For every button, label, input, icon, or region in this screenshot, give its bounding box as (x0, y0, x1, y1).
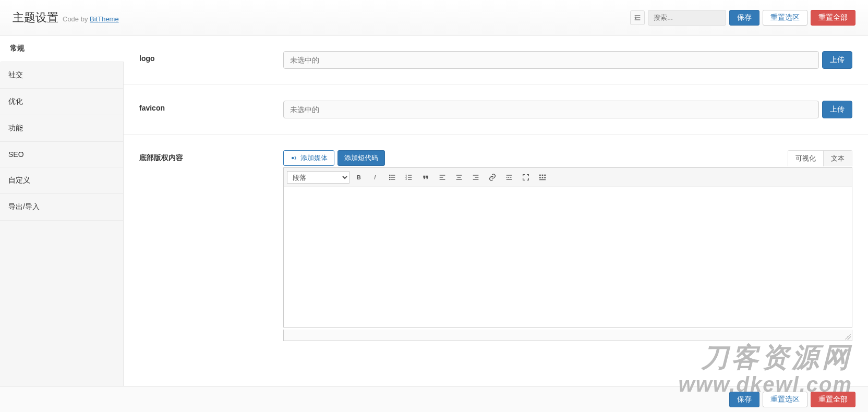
svg-rect-35 (544, 177, 546, 178)
sidebar-item-general[interactable]: 常规 (0, 35, 124, 62)
sidebar-item-social[interactable]: 社交 (0, 62, 123, 89)
sidebar-item-label: SEO (8, 150, 24, 159)
numbered-list-icon[interactable]: 123 (402, 171, 416, 184)
italic-icon[interactable]: I (368, 171, 383, 184)
svg-text:I: I (374, 174, 376, 180)
sidebar-item-import-export[interactable]: 导出/导入 (0, 194, 123, 221)
page-title: 主题设置 (13, 10, 58, 26)
link-icon[interactable] (485, 171, 500, 184)
bold-icon[interactable]: B (352, 171, 366, 184)
save-button[interactable]: 保存 (729, 10, 760, 26)
reset-all-button[interactable]: 重置全部 (811, 10, 855, 26)
svg-rect-36 (539, 179, 546, 180)
logo-upload-button[interactable]: 上传 (822, 51, 852, 69)
editor-statusbar (283, 330, 852, 341)
collapse-button[interactable] (630, 10, 645, 25)
svg-point-3 (292, 157, 294, 160)
sidebar-item-custom[interactable]: 自定义 (0, 167, 123, 194)
field-favicon: favicon 上传 (124, 85, 868, 135)
tab-text[interactable]: 文本 (823, 151, 852, 166)
format-select[interactable]: 段落 (287, 171, 349, 184)
header: 主题设置 Code by BitTheme 保存 重置选区 重置全部 (0, 0, 868, 35)
align-right-icon[interactable] (468, 171, 483, 184)
svg-point-8 (390, 177, 390, 177)
blockquote-icon[interactable] (418, 171, 433, 184)
add-media-label: 添加媒体 (300, 153, 328, 163)
field-label-footer: 底部版权内容 (139, 150, 283, 341)
sidebar-item-label: 自定义 (8, 176, 30, 184)
bullet-list-icon[interactable] (385, 171, 400, 184)
svg-rect-32 (544, 175, 546, 176)
tab-visual[interactable]: 可视化 (788, 151, 823, 166)
sidebar-item-label: 社交 (8, 70, 23, 79)
svg-rect-31 (542, 175, 544, 176)
logo-input[interactable] (283, 51, 819, 69)
sidebar-item-label: 功能 (8, 124, 23, 132)
field-logo: logo 上传 (124, 35, 868, 85)
svg-rect-34 (542, 177, 544, 178)
sidebar-item-optimize[interactable]: 优化 (0, 89, 123, 115)
sidebar: 常规 社交 优化 功能 SEO 自定义 导出/导入 (0, 35, 124, 386)
svg-text:3: 3 (405, 178, 407, 180)
search-input[interactable] (648, 10, 726, 26)
bittheme-link[interactable]: BitTheme (90, 15, 119, 23)
svg-point-6 (390, 175, 390, 175)
editor-body[interactable] (283, 187, 852, 328)
sidebar-item-seo[interactable]: SEO (0, 142, 123, 167)
align-center-icon[interactable] (452, 171, 466, 184)
editor-toolbar: 段落 B I 123 (283, 167, 852, 187)
code-by: Code by BitTheme (63, 15, 119, 23)
align-left-icon[interactable] (435, 171, 450, 184)
reset-section-button[interactable]: 重置选区 (763, 10, 807, 26)
add-shortcode-button[interactable]: 添加短代码 (337, 150, 385, 166)
svg-rect-33 (539, 177, 541, 178)
read-more-icon[interactable] (502, 171, 516, 184)
resize-grip-icon[interactable] (845, 333, 851, 340)
fullscreen-icon[interactable] (519, 171, 533, 184)
editor-tabs: 可视化 文本 (788, 150, 852, 166)
sidebar-item-label: 导出/导入 (8, 202, 40, 211)
sidebar-item-label: 优化 (8, 97, 23, 105)
field-footer-copyright: 底部版权内容 添加媒体 添加短代码 可视化 文本 (124, 135, 868, 357)
svg-rect-30 (539, 175, 541, 176)
favicon-input[interactable] (283, 101, 819, 118)
content: logo 上传 favicon 上传 底部版权内容 (124, 35, 868, 386)
field-label-favicon: favicon (139, 101, 283, 118)
toolbar-toggle-icon[interactable] (535, 171, 550, 184)
sidebar-item-label: 常规 (10, 44, 25, 52)
sidebar-item-function[interactable]: 功能 (0, 115, 123, 142)
svg-point-10 (390, 179, 390, 179)
svg-text:B: B (357, 174, 361, 180)
favicon-upload-button[interactable]: 上传 (822, 101, 852, 118)
add-media-button[interactable]: 添加媒体 (283, 150, 334, 166)
field-label-logo: logo (139, 51, 283, 69)
